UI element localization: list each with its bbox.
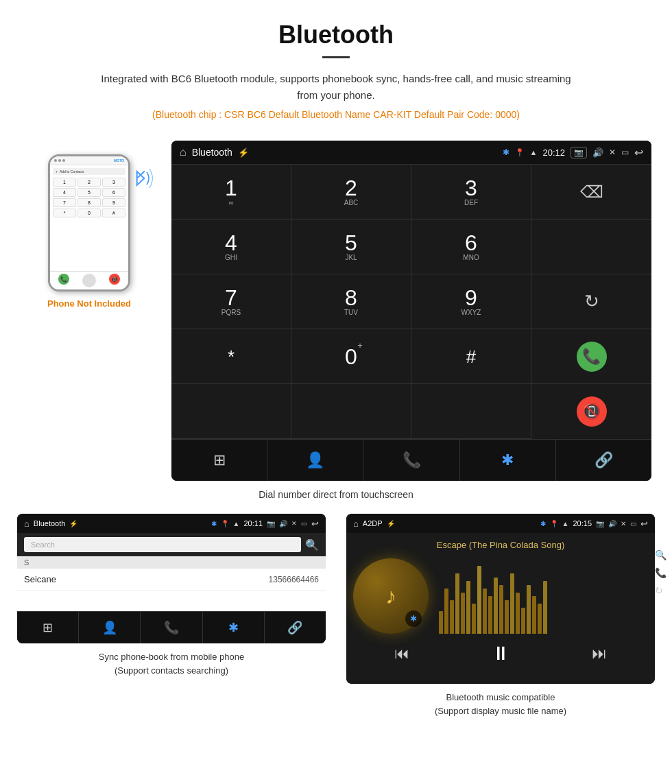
dial-key-star[interactable]: * <box>171 329 291 384</box>
nav-apps[interactable]: ⊞ <box>171 440 267 481</box>
pb-close-icon[interactable]: ✕ <box>291 520 297 527</box>
nav-contacts[interactable]: 👤 <box>267 440 363 481</box>
pb-status-right: ✱ 📍 ▲ 20:11 📷 🔊 ✕ ▭ ↩ <box>211 519 319 529</box>
nav-bluetooth[interactable]: ✱ <box>460 440 556 481</box>
pb-sig-icon: ▲ <box>233 520 240 527</box>
dial-key-hash[interactable]: # <box>411 329 531 384</box>
dial-key-4[interactable]: 4GHI <box>171 219 291 274</box>
dial-status-bar: ⌂ Bluetooth ⚡ ✱ 📍 ▲ 20:12 📷 🔊 ✕ ▭ ↩ <box>171 141 651 164</box>
dial-key-1[interactable]: 1∞ <box>171 165 291 219</box>
nav-phone[interactable]: 📞 <box>363 440 459 481</box>
eq-bar-2 <box>444 589 448 634</box>
phone-key-star: * <box>53 209 76 217</box>
eq-bar-20 <box>543 581 547 634</box>
phone-dot-3 <box>62 159 65 162</box>
eq-bar-15 <box>516 593 520 634</box>
pb-nav-bluetooth[interactable]: ✱ <box>203 612 265 643</box>
eq-bar-14 <box>510 573 514 634</box>
phone-key-2: 2 <box>77 178 101 187</box>
phone-device: MOTO +Add to Contacts 1 2 3 4 5 6 <box>48 154 130 292</box>
header-description: Integrated with BC6 Bluetooth module, su… <box>96 71 576 104</box>
close-icon[interactable]: ✕ <box>609 147 616 157</box>
home-icon[interactable]: ⌂ <box>180 146 187 158</box>
dial-key-6[interactable]: 6MNO <box>411 219 531 274</box>
dial-key-9[interactable]: 9WXYZ <box>411 274 531 329</box>
page-header: Bluetooth Integrated with BC6 Bluetooth … <box>0 0 672 141</box>
call-red-button[interactable]: 📵 <box>577 396 607 427</box>
dial-key-reload[interactable]: ↻ <box>531 274 651 329</box>
dial-key-call-green[interactable]: 📞 <box>531 329 651 384</box>
pb-apps-icon: ⊞ <box>43 620 53 635</box>
eq-bar-7 <box>472 604 476 634</box>
dial-key-call-red[interactable]: 📵 <box>531 384 651 439</box>
window-icon[interactable]: ▭ <box>621 147 629 157</box>
eq-bar-16 <box>521 608 525 634</box>
eq-bar-13 <box>505 600 509 634</box>
phonebook-item: ⌂ Bluetooth ⚡ ✱ 📍 ▲ 20:11 📷 🔊 ✕ ▭ ↩ <box>17 514 326 720</box>
music-home-icon[interactable]: ⌂ <box>353 519 359 529</box>
music-status-left: ⌂ A2DP ⚡ <box>353 519 395 529</box>
reload-icon: ↻ <box>584 291 599 312</box>
dial-keypad-grid: 1∞ 2ABC 3DEF ⌫ 4GHI 5JKL 6MNO <box>171 164 651 439</box>
phone-keypad-grid: 1 2 3 4 5 6 7 8 9 * 0 # <box>53 178 125 217</box>
phonebook-caption-line2: (Support contacts searching) <box>17 664 326 678</box>
pb-time: 20:11 <box>243 519 263 527</box>
bt-icon: ✱ <box>503 147 509 157</box>
pb-list-item[interactable]: Seicane 13566664466 <box>17 569 326 591</box>
pb-search-box[interactable]: Search <box>24 537 301 552</box>
pb-status-bar: ⌂ Bluetooth ⚡ ✱ 📍 ▲ 20:11 📷 🔊 ✕ ▭ ↩ <box>17 514 326 533</box>
volume-icon[interactable]: 🔊 <box>592 147 603 158</box>
music-win-icon[interactable]: ▭ <box>630 520 636 527</box>
eq-bar-18 <box>532 596 536 634</box>
phone-bottom-bar: 📞 📵 <box>50 271 128 289</box>
pb-win-icon[interactable]: ▭ <box>301 520 307 527</box>
music-cam-icon[interactable]: 📷 <box>596 520 604 527</box>
music-prev-button[interactable]: ⏮ <box>394 645 409 663</box>
dial-key-7[interactable]: 7PQRS <box>171 274 291 329</box>
search-placeholder: Search <box>31 541 55 549</box>
dial-key-3[interactable]: 3DEF <box>411 165 531 219</box>
pb-status-title: Bluetooth <box>34 519 65 527</box>
pb-bottom-nav: ⊞ 👤 📞 ✱ 🔗 <box>17 611 326 643</box>
music-play-button[interactable]: ⏸ <box>491 642 510 665</box>
phone-key-7: 7 <box>53 198 76 207</box>
backspace-icon: ⌫ <box>580 182 603 202</box>
pb-nav-phone[interactable]: 📞 <box>141 612 202 643</box>
search-button[interactable]: 🔍 <box>305 538 319 551</box>
pb-back-icon[interactable]: ↩ <box>311 519 319 529</box>
dial-key-0[interactable]: 0 + <box>291 329 411 384</box>
pb-usb-icon: ⚡ <box>69 520 77 527</box>
pb-cam-icon[interactable]: 📷 <box>267 520 275 527</box>
camera-icon[interactable]: 📷 <box>571 147 587 158</box>
pb-nav-apps[interactable]: ⊞ <box>17 612 79 643</box>
pb-loc-icon: 📍 <box>221 520 229 527</box>
pb-nav-contacts[interactable]: 👤 <box>79 612 141 643</box>
music-note-icon: ♪ <box>385 584 396 609</box>
dial-key-backspace[interactable]: ⌫ <box>531 165 651 219</box>
music-vol-icon[interactable]: 🔊 <box>608 520 616 527</box>
dial-key-8[interactable]: 8TUV <box>291 274 411 329</box>
music-status-bar: ⌂ A2DP ⚡ ✱ 📍 ▲ 20:15 📷 🔊 ✕ ▭ ↩ <box>346 514 655 533</box>
eq-bar-11 <box>494 578 498 634</box>
pb-home-icon[interactable]: ⌂ <box>24 519 29 529</box>
pb-nav-link[interactable]: 🔗 <box>265 612 326 643</box>
header-specs: (Bluetooth chip : CSR BC6 Default Blueto… <box>0 109 672 120</box>
music-next-button[interactable]: ⏭ <box>592 645 607 663</box>
phone-dot-1 <box>54 159 57 162</box>
dial-key-5[interactable]: 5JKL <box>291 219 411 274</box>
nav-link[interactable]: 🔗 <box>556 440 651 481</box>
music-back-icon[interactable]: ↩ <box>640 519 648 529</box>
phone-dots <box>54 159 65 162</box>
call-green-button[interactable]: 📞 <box>577 342 607 372</box>
back-icon[interactable]: ↩ <box>634 146 643 159</box>
music-close-icon[interactable]: ✕ <box>621 520 626 527</box>
eq-bar-10 <box>488 596 492 634</box>
phone-key-4: 4 <box>53 188 76 197</box>
pb-vol-icon[interactable]: 🔊 <box>279 520 287 527</box>
dial-bottom-nav: ⊞ 👤 📞 ✱ 🔗 <box>171 439 651 481</box>
dial-key-2[interactable]: 2ABC <box>291 165 411 219</box>
header-divider <box>322 56 350 58</box>
music-screenshot: ⌂ A2DP ⚡ ✱ 📍 ▲ 20:15 📷 🔊 ✕ ▭ ↩ <box>346 514 655 684</box>
phone-container: MOTO +Add to Contacts 1 2 3 4 5 6 <box>41 154 137 292</box>
location-icon: 📍 <box>515 148 525 157</box>
